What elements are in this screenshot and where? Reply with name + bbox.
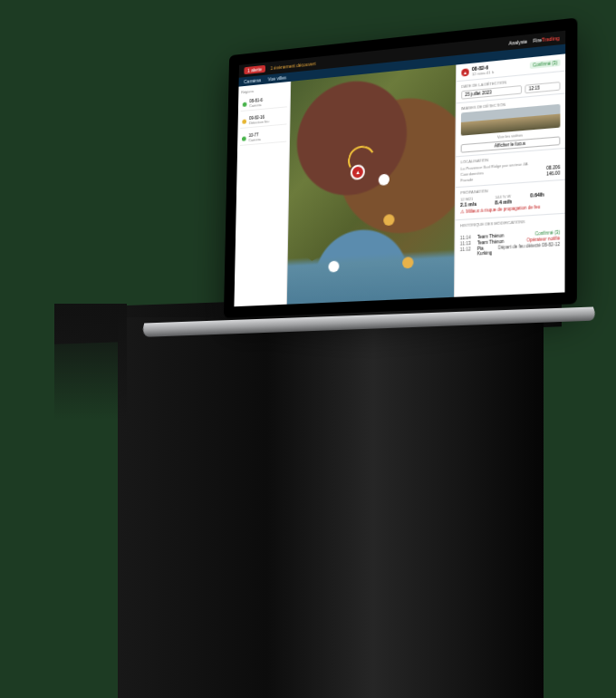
- sidebar-item-2[interactable]: 10-77 Camera: [240, 128, 287, 145]
- history-list: 11:14 Team Thénon Confirmé (3) 11:13 Tea…: [455, 227, 564, 260]
- warning-icon: ⚠: [460, 209, 464, 215]
- app-screen: 1 alerte 1 évènement découvert Analyste …: [234, 31, 565, 307]
- history-status: Départ de feu détecté 08-82-12: [498, 242, 560, 256]
- sidebar-heading: Régions: [241, 85, 287, 94]
- screen-bezel: 1 alerte 1 évènement découvert Analyste …: [224, 17, 578, 317]
- sidebar-item-sub: Détection feu: [249, 119, 269, 125]
- map-canvas[interactable]: ▲: [287, 65, 456, 305]
- time-input[interactable]: 12:15: [525, 82, 560, 93]
- sidebar-item-1[interactable]: 09-82-16 Détection feu: [240, 111, 286, 129]
- history-time: 11:14: [460, 235, 474, 240]
- facade-value: 146.00: [546, 170, 560, 177]
- detail-panel: ▲ 08-82-6 12 mins 41 h Confirmé (3) DATE…: [454, 53, 565, 296]
- status-dot-icon: [242, 119, 246, 123]
- incident-age: 12 mins 41 h: [472, 70, 494, 77]
- alert-text: 1 évènement découvert: [270, 61, 315, 71]
- alert-badge[interactable]: 1 alerte: [244, 65, 265, 74]
- left-sidebar: Régions 08-81-6 Camera: [234, 82, 291, 306]
- user-role[interactable]: Analyste: [508, 38, 527, 46]
- section-images: IMAGES DE DÉTECTION Voir les vidéos Affi…: [456, 93, 565, 157]
- coord-value: 08.206: [546, 165, 560, 171]
- tab-cameras[interactable]: Caméras: [244, 77, 261, 84]
- history-time: 11:13: [460, 241, 474, 247]
- sidebar-item-sub: Camera: [248, 137, 261, 142]
- sidebar-item-sub: Camera: [249, 102, 263, 108]
- facade-label: Facade: [460, 177, 473, 182]
- podium-shadow: [54, 304, 127, 693]
- history-who: Pia Kurking: [477, 246, 495, 257]
- section-label: HISTORIQUE DES MODIFICATIONS: [460, 217, 560, 228]
- history-time: 11:12: [460, 247, 474, 257]
- status-dot-icon: [243, 102, 247, 106]
- fire-icon: ▲: [461, 68, 468, 76]
- prop3-value: 0.64/h: [530, 190, 560, 199]
- brand-logo: FireTrading: [534, 35, 560, 44]
- status-dot-icon: [242, 136, 246, 141]
- sidebar-item-0[interactable]: 08-81-6 Camera: [241, 93, 287, 111]
- laptop-mockup: 1 alerte 1 évènement découvert Analyste …: [226, 54, 571, 317]
- tab-cities[interactable]: Vue villes: [268, 74, 286, 82]
- podium-front: [118, 317, 544, 698]
- status-badge: Confirmé (3): [530, 59, 561, 69]
